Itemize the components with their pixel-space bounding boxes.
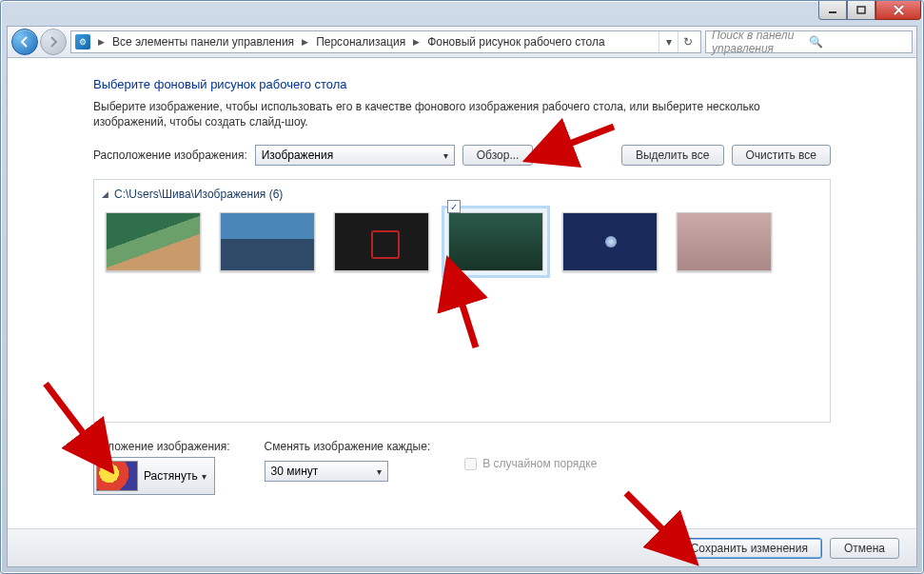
- location-combo[interactable]: Изображения: [255, 145, 455, 166]
- content-area: Выберите фоновый рисунок рабочего стола …: [8, 58, 916, 528]
- select-all-button[interactable]: Выделить все: [621, 145, 724, 166]
- control-panel-icon: ⚙: [75, 34, 90, 49]
- image-list-panel: ◢ C:\Users\Шива\Изображения (6) ✓: [93, 179, 831, 423]
- maximize-button[interactable]: [847, 1, 875, 20]
- search-icon[interactable]: 🔍: [809, 35, 906, 49]
- search-input[interactable]: Поиск в панели управления 🔍: [705, 30, 913, 53]
- shuffle-checkbox[interactable]: В случайном порядке: [464, 457, 597, 470]
- thumbnail-row: ✓: [100, 208, 824, 275]
- position-combo[interactable]: Растянуть: [93, 457, 215, 495]
- back-button[interactable]: [11, 29, 38, 55]
- minimize-button[interactable]: [818, 1, 847, 20]
- shuffle-label: В случайном порядке: [482, 457, 597, 470]
- wallpaper-thumb[interactable]: [562, 212, 658, 271]
- clear-all-button[interactable]: Очистить все: [732, 145, 831, 166]
- forward-button[interactable]: [40, 29, 67, 55]
- window-frame: ⚙ ▶ Все элементы панели управления ▶ Пер…: [0, 0, 924, 574]
- interval-combo[interactable]: 30 минут: [265, 461, 388, 482]
- interval-label: Сменять изображение каждые:: [265, 440, 431, 453]
- collapse-icon[interactable]: ◢: [102, 189, 108, 199]
- page-title: Выберите фоновый рисунок рабочего стола: [93, 77, 831, 91]
- group-path: C:\Users\Шива\Изображения (6): [114, 188, 283, 201]
- chevron-right-icon[interactable]: ▶: [409, 37, 423, 47]
- browse-button[interactable]: Обзор...: [462, 145, 534, 166]
- thumb-checkbox[interactable]: ✓: [447, 200, 461, 213]
- wallpaper-thumb[interactable]: [677, 212, 772, 271]
- svg-rect-0: [829, 11, 836, 13]
- wallpaper-thumb[interactable]: [106, 212, 201, 271]
- location-label: Расположение изображения:: [93, 148, 247, 162]
- breadcrumb[interactable]: ⚙ ▶ Все элементы панели управления ▶ Пер…: [70, 30, 701, 53]
- chevron-right-icon[interactable]: ▶: [94, 37, 108, 47]
- location-value: Изображения: [262, 148, 333, 162]
- svg-rect-1: [857, 7, 865, 13]
- group-header[interactable]: ◢ C:\Users\Шива\Изображения (6): [100, 188, 824, 201]
- search-placeholder: Поиск в панели управления: [712, 29, 809, 55]
- chevron-right-icon[interactable]: ▶: [298, 37, 312, 47]
- wallpaper-thumb[interactable]: [334, 212, 429, 271]
- cancel-button[interactable]: Отмена: [830, 538, 899, 559]
- breadcrumb-seg[interactable]: Персонализация: [316, 35, 405, 49]
- save-button[interactable]: Сохранить изменения: [677, 538, 822, 559]
- close-button[interactable]: [875, 1, 921, 20]
- explorer-window: ⚙ ▶ Все элементы панели управления ▶ Пер…: [7, 26, 917, 567]
- shuffle-checkbox-input[interactable]: [464, 458, 477, 470]
- titlebar[interactable]: [1, 1, 923, 26]
- options-row: Положение изображения: Растянуть Сменять…: [93, 440, 831, 495]
- refresh-button[interactable]: ↻: [678, 31, 697, 52]
- action-bar: Сохранить изменения Отмена: [8, 528, 916, 566]
- breadcrumb-seg[interactable]: Все элементы панели управления: [112, 35, 294, 49]
- wallpaper-thumb-selected[interactable]: ✓: [448, 212, 543, 271]
- position-label: Положение изображения:: [93, 440, 230, 453]
- position-value: Растянуть: [144, 469, 198, 483]
- interval-value: 30 минут: [271, 465, 319, 478]
- page-subtitle: Выберите изображение, чтобы использовать…: [93, 99, 831, 129]
- breadcrumb-seg[interactable]: Фоновый рисунок рабочего стола: [427, 35, 605, 49]
- position-preview-icon: [96, 461, 138, 491]
- wallpaper-thumb[interactable]: [220, 212, 315, 271]
- breadcrumb-dropdown[interactable]: ▾: [659, 31, 678, 52]
- nav-bar: ⚙ ▶ Все элементы панели управления ▶ Пер…: [8, 27, 916, 58]
